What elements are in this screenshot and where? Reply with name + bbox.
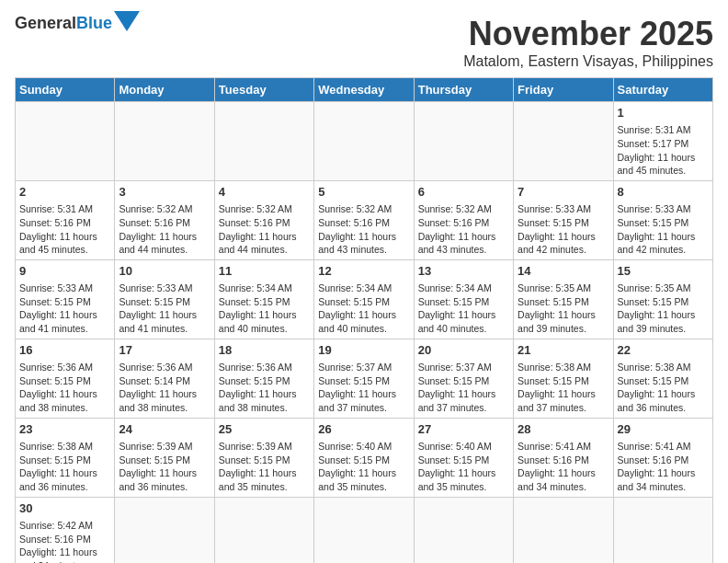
calendar-cell: 20Sunrise: 5:37 AMSunset: 5:15 PMDayligh… — [414, 339, 513, 418]
day-number: 16 — [19, 342, 110, 359]
calendar-cell: 21Sunrise: 5:38 AMSunset: 5:15 PMDayligh… — [514, 339, 613, 418]
calendar-cell: 25Sunrise: 5:39 AMSunset: 5:15 PMDayligh… — [214, 418, 313, 497]
day-number: 2 — [19, 184, 110, 201]
day-info: Sunrise: 5:41 AMSunset: 5:16 PMDaylight:… — [618, 440, 709, 494]
calendar-header-row: SundayMondayTuesdayWednesdayThursdayFrid… — [16, 78, 713, 102]
day-number: 20 — [418, 342, 509, 359]
header-saturday: Saturday — [613, 78, 712, 102]
calendar-cell: 11Sunrise: 5:34 AMSunset: 5:15 PMDayligh… — [214, 259, 313, 339]
calendar-week-0: 1Sunrise: 5:31 AMSunset: 5:17 PMDaylight… — [16, 102, 713, 181]
calendar-week-4: 23Sunrise: 5:38 AMSunset: 5:15 PMDayligh… — [16, 418, 713, 497]
calendar-cell — [414, 102, 513, 181]
calendar-cell: 9Sunrise: 5:33 AMSunset: 5:15 PMDaylight… — [16, 259, 115, 339]
day-number: 15 — [618, 263, 709, 280]
day-number: 29 — [618, 421, 709, 438]
logo-text: GeneralBlue — [15, 15, 112, 31]
calendar-cell: 2Sunrise: 5:31 AMSunset: 5:16 PMDaylight… — [16, 180, 115, 259]
day-number: 26 — [318, 421, 409, 438]
header-thursday: Thursday — [414, 78, 513, 102]
day-number: 30 — [19, 500, 110, 517]
calendar-cell: 8Sunrise: 5:33 AMSunset: 5:15 PMDaylight… — [613, 180, 712, 259]
day-info: Sunrise: 5:34 AMSunset: 5:15 PMDaylight:… — [418, 282, 509, 336]
day-number: 14 — [518, 263, 609, 280]
calendar-week-3: 16Sunrise: 5:36 AMSunset: 5:15 PMDayligh… — [16, 339, 713, 418]
header-tuesday: Tuesday — [214, 78, 313, 102]
day-number: 5 — [318, 184, 409, 201]
calendar-cell: 19Sunrise: 5:37 AMSunset: 5:15 PMDayligh… — [314, 339, 414, 418]
day-number: 13 — [418, 263, 509, 280]
header-friday: Friday — [514, 78, 613, 102]
day-info: Sunrise: 5:39 AMSunset: 5:15 PMDaylight:… — [119, 440, 210, 494]
day-number: 4 — [219, 184, 310, 201]
day-number: 23 — [19, 421, 110, 438]
day-info: Sunrise: 5:36 AMSunset: 5:15 PMDaylight:… — [219, 361, 310, 415]
calendar-cell: 12Sunrise: 5:34 AMSunset: 5:15 PMDayligh… — [314, 259, 414, 339]
calendar-cell: 23Sunrise: 5:38 AMSunset: 5:15 PMDayligh… — [16, 418, 115, 497]
logo: GeneralBlue — [15, 15, 140, 31]
calendar-cell: 24Sunrise: 5:39 AMSunset: 5:15 PMDayligh… — [115, 418, 214, 497]
header-monday: Monday — [115, 78, 214, 102]
day-info: Sunrise: 5:38 AMSunset: 5:15 PMDaylight:… — [618, 361, 709, 415]
day-info: Sunrise: 5:35 AMSunset: 5:15 PMDaylight:… — [518, 282, 609, 336]
calendar-cell: 30Sunrise: 5:42 AMSunset: 5:16 PMDayligh… — [16, 497, 115, 563]
calendar-cell — [514, 102, 613, 181]
calendar-cell — [514, 497, 613, 563]
month-year: November 2025 — [463, 15, 713, 53]
calendar-cell: 26Sunrise: 5:40 AMSunset: 5:15 PMDayligh… — [314, 418, 414, 497]
day-info: Sunrise: 5:37 AMSunset: 5:15 PMDaylight:… — [318, 361, 409, 415]
calendar-cell: 14Sunrise: 5:35 AMSunset: 5:15 PMDayligh… — [514, 259, 613, 339]
day-number: 21 — [518, 342, 609, 359]
day-number: 1 — [618, 105, 709, 121]
day-info: Sunrise: 5:33 AMSunset: 5:15 PMDaylight:… — [19, 282, 110, 336]
day-info: Sunrise: 5:32 AMSunset: 5:16 PMDaylight:… — [318, 202, 409, 257]
day-number: 3 — [119, 184, 210, 201]
calendar-cell: 5Sunrise: 5:32 AMSunset: 5:16 PMDaylight… — [314, 180, 414, 259]
calendar-cell: 16Sunrise: 5:36 AMSunset: 5:15 PMDayligh… — [16, 339, 115, 418]
title-block: November 2025 Matalom, Eastern Visayas, … — [463, 15, 713, 70]
day-number: 11 — [219, 263, 310, 280]
calendar-week-2: 9Sunrise: 5:33 AMSunset: 5:15 PMDaylight… — [16, 259, 713, 339]
calendar-cell: 18Sunrise: 5:36 AMSunset: 5:15 PMDayligh… — [214, 339, 313, 418]
day-number: 22 — [618, 342, 709, 359]
day-info: Sunrise: 5:32 AMSunset: 5:16 PMDaylight:… — [119, 202, 210, 257]
day-info: Sunrise: 5:38 AMSunset: 5:15 PMDaylight:… — [518, 361, 609, 415]
day-info: Sunrise: 5:42 AMSunset: 5:16 PMDaylight:… — [19, 519, 110, 563]
day-info: Sunrise: 5:34 AMSunset: 5:15 PMDaylight:… — [318, 282, 409, 336]
calendar-cell — [115, 497, 214, 563]
calendar-cell: 7Sunrise: 5:33 AMSunset: 5:15 PMDaylight… — [514, 180, 613, 259]
calendar-cell — [314, 102, 414, 181]
calendar-cell — [115, 102, 214, 181]
calendar-cell: 15Sunrise: 5:35 AMSunset: 5:15 PMDayligh… — [613, 259, 712, 339]
day-number: 7 — [518, 184, 609, 201]
day-number: 24 — [119, 421, 210, 438]
day-number: 10 — [119, 263, 210, 280]
calendar-cell: 1Sunrise: 5:31 AMSunset: 5:17 PMDaylight… — [613, 102, 712, 181]
location: Matalom, Eastern Visayas, Philippines — [463, 53, 713, 70]
calendar-cell — [414, 497, 513, 563]
day-info: Sunrise: 5:35 AMSunset: 5:15 PMDaylight:… — [618, 282, 709, 336]
day-info: Sunrise: 5:33 AMSunset: 5:15 PMDaylight:… — [518, 202, 609, 257]
day-number: 12 — [318, 263, 409, 280]
day-info: Sunrise: 5:40 AMSunset: 5:15 PMDaylight:… — [318, 440, 409, 494]
day-info: Sunrise: 5:33 AMSunset: 5:15 PMDaylight:… — [618, 202, 709, 257]
calendar-cell — [613, 497, 712, 563]
day-info: Sunrise: 5:31 AMSunset: 5:16 PMDaylight:… — [19, 202, 110, 257]
header-wednesday: Wednesday — [314, 78, 414, 102]
day-info: Sunrise: 5:32 AMSunset: 5:16 PMDaylight:… — [219, 202, 310, 257]
calendar-cell — [16, 102, 115, 181]
day-info: Sunrise: 5:38 AMSunset: 5:15 PMDaylight:… — [19, 440, 110, 494]
day-number: 17 — [119, 342, 210, 359]
day-number: 6 — [418, 184, 509, 201]
calendar-cell — [214, 102, 313, 181]
calendar-cell — [214, 497, 313, 563]
calendar-cell: 10Sunrise: 5:33 AMSunset: 5:15 PMDayligh… — [115, 259, 214, 339]
calendar-cell: 13Sunrise: 5:34 AMSunset: 5:15 PMDayligh… — [414, 259, 513, 339]
day-number: 9 — [19, 263, 110, 280]
calendar-cell: 6Sunrise: 5:32 AMSunset: 5:16 PMDaylight… — [414, 180, 513, 259]
day-info: Sunrise: 5:41 AMSunset: 5:16 PMDaylight:… — [518, 440, 609, 494]
day-info: Sunrise: 5:39 AMSunset: 5:15 PMDaylight:… — [219, 440, 310, 494]
calendar-cell: 22Sunrise: 5:38 AMSunset: 5:15 PMDayligh… — [613, 339, 712, 418]
day-number: 19 — [318, 342, 409, 359]
day-info: Sunrise: 5:36 AMSunset: 5:14 PMDaylight:… — [119, 361, 210, 415]
calendar-cell — [314, 497, 414, 563]
